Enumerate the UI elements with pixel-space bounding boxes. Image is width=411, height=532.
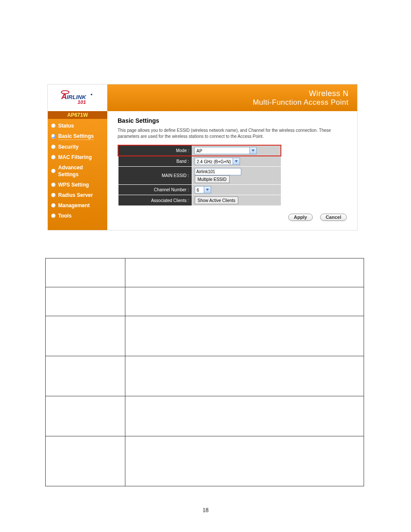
sidebar-item-wps-setting[interactable]: WPS Setting (48, 180, 107, 190)
main-essid-input[interactable] (195, 168, 241, 175)
chevron-down-icon (233, 158, 240, 165)
cancel-button[interactable]: Cancel (320, 214, 347, 221)
page-number: 18 (0, 507, 411, 514)
page-description: This page allows you to define ESSID (wi… (118, 128, 350, 140)
sidebar-item-status[interactable]: Status (48, 121, 107, 131)
header-title-2: Multi-Function Access Point (253, 98, 349, 107)
sidebar-item-label: Advanced Settings (58, 164, 104, 178)
svg-marker-5 (252, 149, 255, 152)
associated-clients-label: Associated Clients : (118, 195, 192, 206)
logo-cell: A IRLINK 101 (48, 84, 107, 112)
sidebar-item-radius-server[interactable]: Radius Server (48, 190, 107, 200)
sidebar-item-management[interactable]: Management (48, 200, 107, 211)
settings-table: Mode : AP Band : (118, 145, 281, 206)
sidebar-item-label: Status (58, 122, 74, 129)
header-bar: A IRLINK 101 Wireless N Multi-Function A… (48, 84, 357, 111)
header-title-1: Wireless N (309, 89, 349, 98)
sidebar-item-security[interactable]: Security (48, 142, 107, 152)
table-cell (125, 356, 364, 396)
sidebar-item-label: Security (58, 143, 78, 150)
table-cell (125, 436, 364, 486)
bullet-icon (51, 134, 56, 139)
table-cell (125, 396, 364, 436)
channel-select-value: 6 (195, 187, 204, 193)
svg-point-3 (91, 93, 93, 95)
main-essid-label: MAIN ESSID : (118, 167, 192, 185)
bullet-icon (51, 145, 56, 149)
bullet-icon (51, 203, 56, 208)
bullet-icon (51, 214, 56, 218)
table-cell (46, 356, 125, 396)
table-cell (46, 316, 125, 356)
sidebar-item-label: Management (58, 202, 90, 209)
svg-text:101: 101 (78, 99, 86, 105)
band-select-value: 2.4 GHz (B+G+N) (195, 158, 233, 165)
sidebar: AP671W Status Basic Settings Security (48, 111, 107, 230)
bullet-icon (51, 193, 56, 197)
sidebar-item-label: MAC Filtering (58, 154, 92, 161)
mode-label: Mode : (118, 145, 192, 156)
multiple-essid-button[interactable]: Multiple ESSID (195, 175, 230, 183)
chevron-down-icon (204, 187, 211, 193)
channel-select[interactable]: 6 (195, 186, 211, 193)
channel-number-label: Channel Number : (118, 185, 192, 195)
table-cell (46, 258, 125, 287)
main-content: Basic Settings This page allows you to d… (107, 111, 357, 230)
router-admin-panel: A IRLINK 101 Wireless N Multi-Function A… (47, 84, 358, 230)
band-select[interactable]: 2.4 GHz (B+G+N) (195, 158, 240, 165)
airlink-logo: A IRLINK 101 (54, 88, 101, 108)
table-cell (125, 287, 364, 316)
sidebar-item-label: Tools (58, 212, 72, 219)
bullet-icon (51, 169, 56, 173)
mode-select-value: AP (195, 147, 249, 154)
svg-marker-6 (235, 160, 238, 162)
chevron-down-icon (249, 147, 256, 154)
sidebar-item-advanced-settings[interactable]: Advanced Settings (48, 162, 107, 180)
svg-marker-7 (206, 189, 209, 191)
bullet-icon (51, 155, 56, 159)
sidebar-item-tools[interactable]: Tools (48, 211, 107, 221)
table-cell (46, 396, 125, 436)
nav-menu: Status Basic Settings Security MAC Filte… (48, 119, 107, 225)
header-title-area: Wireless N Multi-Function Access Point (107, 84, 357, 111)
sidebar-item-label: WPS Setting (58, 181, 89, 188)
table-cell (46, 436, 125, 486)
table-cell (125, 258, 364, 287)
reference-table (45, 258, 364, 486)
model-number: AP671W (48, 111, 107, 119)
sidebar-item-mac-filtering[interactable]: MAC Filtering (48, 152, 107, 162)
band-label: Band : (118, 156, 192, 167)
mode-select[interactable]: AP (194, 147, 257, 154)
bullet-icon (51, 124, 56, 128)
table-cell (46, 287, 125, 316)
apply-button[interactable]: Apply (288, 214, 313, 221)
action-buttons: Apply Cancel (118, 206, 350, 223)
table-cell (125, 316, 364, 356)
sidebar-item-basic-settings[interactable]: Basic Settings (48, 131, 107, 142)
sidebar-item-label: Basic Settings (58, 133, 94, 140)
sidebar-item-label: Radius Server (58, 192, 93, 199)
bullet-icon (51, 183, 56, 187)
show-active-clients-button[interactable]: Show Active Clients (195, 196, 239, 204)
page-title: Basic Settings (118, 117, 350, 124)
